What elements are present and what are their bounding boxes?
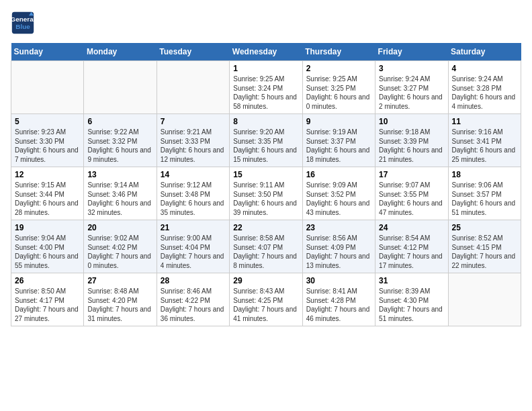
day-info: Sunrise: 8:58 AM Sunset: 4:07 PM Dayligh… — [233, 234, 298, 270]
day-info: Sunrise: 9:24 AM Sunset: 3:28 PM Dayligh… — [452, 75, 517, 111]
column-header-friday: Friday — [375, 43, 448, 61]
column-header-monday: Monday — [84, 43, 157, 61]
day-info: Sunrise: 8:52 AM Sunset: 4:15 PM Dayligh… — [452, 234, 517, 270]
day-info: Sunrise: 9:16 AM Sunset: 3:41 PM Dayligh… — [452, 128, 517, 164]
calendar-week-row: 5Sunrise: 9:23 AM Sunset: 3:30 PM Daylig… — [11, 114, 521, 167]
calendar-cell: 3Sunrise: 9:24 AM Sunset: 3:27 PM Daylig… — [375, 61, 448, 114]
calendar-cell: 1Sunrise: 9:25 AM Sunset: 3:24 PM Daylig… — [230, 61, 302, 114]
day-number: 24 — [379, 223, 444, 232]
day-number: 14 — [161, 170, 226, 179]
calendar-cell: 15Sunrise: 9:11 AM Sunset: 3:50 PM Dayli… — [230, 167, 302, 220]
day-number: 15 — [233, 170, 298, 179]
calendar-cell: 29Sunrise: 8:43 AM Sunset: 4:25 PM Dayli… — [230, 273, 302, 326]
day-number: 22 — [233, 223, 298, 232]
day-number: 13 — [87, 170, 152, 179]
day-number: 7 — [161, 117, 226, 126]
day-number: 18 — [452, 170, 517, 179]
calendar-cell: 25Sunrise: 8:52 AM Sunset: 4:15 PM Dayli… — [448, 220, 521, 273]
day-info: Sunrise: 9:11 AM Sunset: 3:50 PM Dayligh… — [233, 181, 298, 217]
day-number: 10 — [379, 117, 444, 126]
calendar-cell: 31Sunrise: 8:39 AM Sunset: 4:30 PM Dayli… — [375, 273, 448, 326]
calendar-week-row: 26Sunrise: 8:50 AM Sunset: 4:17 PM Dayli… — [11, 273, 521, 326]
day-number: 30 — [306, 276, 371, 285]
day-info: Sunrise: 8:46 AM Sunset: 4:22 PM Dayligh… — [161, 287, 226, 323]
day-number: 19 — [15, 223, 80, 232]
day-info: Sunrise: 8:43 AM Sunset: 4:25 PM Dayligh… — [233, 287, 298, 323]
column-header-tuesday: Tuesday — [157, 43, 229, 61]
day-info: Sunrise: 8:50 AM Sunset: 4:17 PM Dayligh… — [15, 287, 80, 323]
calendar-cell: 22Sunrise: 8:58 AM Sunset: 4:07 PM Dayli… — [230, 220, 302, 273]
calendar-cell: 16Sunrise: 9:09 AM Sunset: 3:52 PM Dayli… — [302, 167, 375, 220]
calendar-cell: 10Sunrise: 9:18 AM Sunset: 3:39 PM Dayli… — [375, 114, 448, 167]
calendar-cell: 17Sunrise: 9:07 AM Sunset: 3:55 PM Dayli… — [375, 167, 448, 220]
day-number: 9 — [306, 117, 371, 126]
day-info: Sunrise: 9:14 AM Sunset: 3:46 PM Dayligh… — [87, 181, 152, 217]
column-header-saturday: Saturday — [448, 43, 521, 61]
day-info: Sunrise: 8:41 AM Sunset: 4:28 PM Dayligh… — [306, 287, 371, 323]
calendar-cell: 18Sunrise: 9:06 AM Sunset: 3:57 PM Dayli… — [448, 167, 521, 220]
day-number: 3 — [379, 64, 444, 73]
day-info: Sunrise: 9:09 AM Sunset: 3:52 PM Dayligh… — [306, 181, 371, 217]
calendar-cell: 14Sunrise: 9:12 AM Sunset: 3:48 PM Dayli… — [157, 167, 229, 220]
calendar-week-row: 12Sunrise: 9:15 AM Sunset: 3:44 PM Dayli… — [11, 167, 521, 220]
day-number: 11 — [452, 117, 517, 126]
calendar-cell: 24Sunrise: 8:54 AM Sunset: 4:12 PM Dayli… — [375, 220, 448, 273]
day-info: Sunrise: 9:23 AM Sunset: 3:30 PM Dayligh… — [15, 128, 80, 164]
calendar-cell: 21Sunrise: 9:00 AM Sunset: 4:04 PM Dayli… — [157, 220, 229, 273]
day-number: 6 — [87, 117, 152, 126]
calendar-cell — [157, 61, 229, 114]
day-info: Sunrise: 8:39 AM Sunset: 4:30 PM Dayligh… — [379, 287, 444, 323]
day-number: 1 — [233, 64, 298, 73]
day-info: Sunrise: 9:02 AM Sunset: 4:02 PM Dayligh… — [87, 234, 152, 270]
column-header-sunday: Sunday — [11, 43, 84, 61]
calendar-cell: 6Sunrise: 9:22 AM Sunset: 3:32 PM Daylig… — [84, 114, 157, 167]
calendar-cell: 5Sunrise: 9:23 AM Sunset: 3:30 PM Daylig… — [11, 114, 84, 167]
day-info: Sunrise: 9:12 AM Sunset: 3:48 PM Dayligh… — [161, 181, 226, 217]
calendar-table: SundayMondayTuesdayWednesdayThursdayFrid… — [11, 43, 521, 326]
page-header: General Blue — [11, 11, 521, 35]
day-info: Sunrise: 9:20 AM Sunset: 3:35 PM Dayligh… — [233, 128, 298, 164]
day-info: Sunrise: 9:00 AM Sunset: 4:04 PM Dayligh… — [161, 234, 226, 270]
calendar-cell: 13Sunrise: 9:14 AM Sunset: 3:46 PM Dayli… — [84, 167, 157, 220]
calendar-cell: 9Sunrise: 9:19 AM Sunset: 3:37 PM Daylig… — [302, 114, 375, 167]
day-info: Sunrise: 9:18 AM Sunset: 3:39 PM Dayligh… — [379, 128, 444, 164]
calendar-cell — [84, 61, 157, 114]
calendar-cell: 28Sunrise: 8:46 AM Sunset: 4:22 PM Dayli… — [157, 273, 229, 326]
calendar-cell: 2Sunrise: 9:25 AM Sunset: 3:25 PM Daylig… — [302, 61, 375, 114]
calendar-cell: 20Sunrise: 9:02 AM Sunset: 4:02 PM Dayli… — [84, 220, 157, 273]
svg-text:Blue: Blue — [15, 23, 30, 30]
calendar-cell: 11Sunrise: 9:16 AM Sunset: 3:41 PM Dayli… — [448, 114, 521, 167]
day-info: Sunrise: 8:48 AM Sunset: 4:20 PM Dayligh… — [87, 287, 152, 323]
day-number: 28 — [161, 276, 226, 285]
logo: General Blue — [11, 11, 38, 35]
day-number: 31 — [379, 276, 444, 285]
day-number: 29 — [233, 276, 298, 285]
day-number: 17 — [379, 170, 444, 179]
day-info: Sunrise: 9:21 AM Sunset: 3:33 PM Dayligh… — [161, 128, 226, 164]
day-info: Sunrise: 9:15 AM Sunset: 3:44 PM Dayligh… — [15, 181, 80, 217]
day-info: Sunrise: 9:07 AM Sunset: 3:55 PM Dayligh… — [379, 181, 444, 217]
day-info: Sunrise: 9:25 AM Sunset: 3:24 PM Dayligh… — [233, 75, 298, 111]
column-header-wednesday: Wednesday — [230, 43, 302, 61]
calendar-cell: 27Sunrise: 8:48 AM Sunset: 4:20 PM Dayli… — [84, 273, 157, 326]
calendar-cell: 23Sunrise: 8:56 AM Sunset: 4:09 PM Dayli… — [302, 220, 375, 273]
day-info: Sunrise: 9:22 AM Sunset: 3:32 PM Dayligh… — [87, 128, 152, 164]
day-number: 23 — [306, 223, 371, 232]
day-info: Sunrise: 9:06 AM Sunset: 3:57 PM Dayligh… — [452, 181, 517, 217]
day-info: Sunrise: 9:04 AM Sunset: 4:00 PM Dayligh… — [15, 234, 80, 270]
day-number: 27 — [87, 276, 152, 285]
column-header-thursday: Thursday — [302, 43, 375, 61]
svg-text:General: General — [11, 15, 35, 23]
day-number: 12 — [15, 170, 80, 179]
day-number: 26 — [15, 276, 80, 285]
day-info: Sunrise: 8:54 AM Sunset: 4:12 PM Dayligh… — [379, 234, 444, 270]
calendar-cell — [448, 273, 521, 326]
day-info: Sunrise: 9:25 AM Sunset: 3:25 PM Dayligh… — [306, 75, 371, 111]
calendar-cell: 4Sunrise: 9:24 AM Sunset: 3:28 PM Daylig… — [448, 61, 521, 114]
calendar-cell: 26Sunrise: 8:50 AM Sunset: 4:17 PM Dayli… — [11, 273, 84, 326]
day-number: 5 — [15, 117, 80, 126]
day-info: Sunrise: 9:24 AM Sunset: 3:27 PM Dayligh… — [379, 75, 444, 111]
day-number: 4 — [452, 64, 517, 73]
calendar-cell: 12Sunrise: 9:15 AM Sunset: 3:44 PM Dayli… — [11, 167, 84, 220]
calendar-week-row: 1Sunrise: 9:25 AM Sunset: 3:24 PM Daylig… — [11, 61, 521, 114]
